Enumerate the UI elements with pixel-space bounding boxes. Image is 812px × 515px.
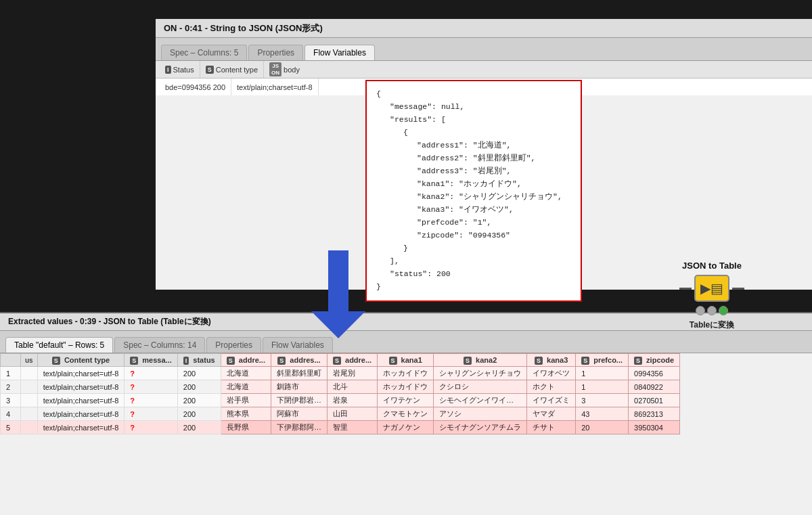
cell-us (21, 421, 38, 434)
cell-content-type: text/plain;charset=utf-8 (37, 421, 125, 434)
cell-us (21, 407, 38, 421)
cell-content-type-partial: text/plain;charset=utf-8 (231, 79, 319, 95)
cell-kana2: アソシ (434, 407, 527, 421)
arrow-down (311, 250, 365, 338)
cell-prefcode: 1 (576, 367, 629, 380)
cell-kana2: クシロシ (434, 380, 527, 394)
table-header-row: us S Content type S messa... I status S (1, 354, 680, 367)
th-kana1: S kana1 (378, 354, 434, 367)
data-table-container[interactable]: us S Content type S messa... I status S (0, 353, 812, 512)
svg-rect-1 (328, 250, 348, 311)
tab-spec-columns[interactable]: Spec – Columns: 5 (161, 45, 247, 60)
cell-address1: 岩手県 (221, 394, 271, 407)
cell-content-type: text/plain;charset=utf-8 (37, 380, 125, 394)
cell-kana3: ヤマダ (527, 407, 576, 421)
node-row: ▶▤ (679, 275, 744, 302)
cell-address3: 北斗 (327, 380, 377, 394)
th-address2: S addres... (271, 354, 327, 367)
cell-kana2: シモイナグンソアチムラ (434, 421, 527, 434)
cell-address3: 山田 (327, 407, 377, 421)
cell-content-type: text/plain;charset=utf-8 (37, 367, 125, 380)
json-to-table-node: JSON to Table ▶▤ Tableに変換 (679, 261, 744, 331)
cell-us (21, 367, 38, 380)
col-header-status: I Status (160, 61, 200, 78)
th-content-type: S Content type (37, 354, 125, 367)
cell-address1: 長野県 (221, 421, 271, 434)
th-address1: S addre... (221, 354, 271, 367)
cell-zipcode: 0994356 (629, 367, 680, 380)
tab-table-default[interactable]: Table "default" – Rows: 5 (5, 337, 113, 353)
cell-zipcode: 8692313 (629, 407, 680, 421)
cell-status: 200 (177, 367, 221, 380)
table-row: 2text/plain;charset=utf-8?200北海道釧路市北斗ホッカ… (1, 380, 680, 394)
node-left-connector (679, 288, 692, 290)
tab-flow-variables[interactable]: Flow Variables (304, 45, 375, 60)
cell-kana3: チサト (527, 421, 576, 434)
bottom-panel: Extracted values - 0:39 - JSON to Table … (0, 312, 812, 515)
cell-address1: 熊本県 (221, 407, 271, 421)
cell-kana2: シャリグンシャリチョウ (434, 367, 527, 380)
cell-address2: 釧路市 (271, 380, 327, 394)
node-sub-label: Tableに変換 (690, 319, 734, 331)
cell-kana1: ナガノケン (378, 421, 434, 434)
cell-kana3: イワオベツ (527, 367, 576, 380)
svg-marker-2 (311, 311, 365, 338)
cell-kana1: イワテケン (378, 394, 434, 407)
th-address3: S addre... (327, 354, 377, 367)
th-row-num (1, 354, 21, 367)
cell-message: ? (125, 380, 178, 394)
tab-properties-bottom[interactable]: Properties (206, 337, 261, 353)
th-zipcode: S zipcode (629, 354, 680, 367)
cell-rownum: 3 (1, 394, 21, 407)
top-panel: ON - 0:41 - String to JSON (JSON形式) Spec… (156, 19, 812, 290)
table-row: 4text/plain;charset=utf-8?200熊本県阿蘇市山田クマモ… (1, 407, 680, 421)
cell-address3: 智里 (327, 421, 377, 434)
cell-address3: 岩尾別 (327, 367, 377, 380)
cell-message: ? (125, 421, 178, 434)
node-right-connector (732, 288, 744, 290)
cell-kana1: クマモトケン (378, 407, 434, 421)
cell-message: ? (125, 367, 178, 380)
cell-prefcode: 43 (576, 407, 629, 421)
cell-status: 200 (177, 380, 221, 394)
th-kana3: S kana3 (527, 354, 576, 367)
bottom-tab-bar: Table "default" – Rows: 5 Spec – Columns… (0, 331, 812, 353)
th-status: I status (177, 354, 221, 367)
table-row: 3text/plain;charset=utf-8?200岩手県下閉伊郡岩…岩泉… (1, 394, 680, 407)
cell-prefcode: 3 (576, 394, 629, 407)
tab-flow-variables-bottom[interactable]: Flow Variables (263, 337, 333, 353)
cell-kana3: ホクト (527, 380, 576, 394)
table-row: 5text/plain;charset=utf-8?200長野県下伊那郡阿…智里… (1, 421, 680, 434)
cell-address2: 斜里郡斜里町 (271, 367, 327, 380)
cell-address2: 下伊那郡阿… (271, 421, 327, 434)
cell-message: ? (125, 407, 178, 421)
col-header-body: JSON body (264, 61, 305, 78)
cell-prefcode: 20 (576, 421, 629, 434)
cell-status: 200 (177, 407, 221, 421)
cell-us (21, 394, 38, 407)
node-title-label: JSON to Table (682, 261, 742, 271)
cell-rownum: 2 (1, 380, 21, 394)
cell-kana3: イワイズミ (527, 394, 576, 407)
cell-us (21, 380, 38, 394)
cell-content-type: text/plain;charset=utf-8 (37, 407, 125, 421)
top-panel-title: ON - 0:41 - String to JSON (JSON形式) (156, 19, 812, 38)
cell-address1: 北海道 (221, 380, 271, 394)
th-kana2: S kana2 (434, 354, 527, 367)
tab-spec-columns-bottom[interactable]: Spec – Columns: 14 (114, 337, 205, 353)
cell-rownum: 5 (1, 421, 21, 434)
th-message: S messa... (125, 354, 178, 367)
node-status-dots (696, 306, 728, 315)
node-icon-box: ▶▤ (694, 275, 729, 302)
cell-message: ? (125, 394, 178, 407)
cell-kana1: ホッカイドウ (378, 380, 434, 394)
cell-rownum: 1 (1, 367, 21, 380)
top-tab-bar: Spec – Columns: 5 Properties Flow Variab… (156, 38, 812, 61)
cell-kana2: シモヘイグンイワイ… (434, 394, 527, 407)
cell-content-type: text/plain;charset=utf-8 (37, 394, 125, 407)
cell-zipcode-partial: bde=0994356 200 (160, 79, 231, 95)
col-header-content-type: S Content type (200, 61, 264, 78)
cell-prefcode: 1 (576, 380, 629, 394)
tab-properties[interactable]: Properties (248, 45, 303, 60)
cell-zipcode: 3950304 (629, 421, 680, 434)
